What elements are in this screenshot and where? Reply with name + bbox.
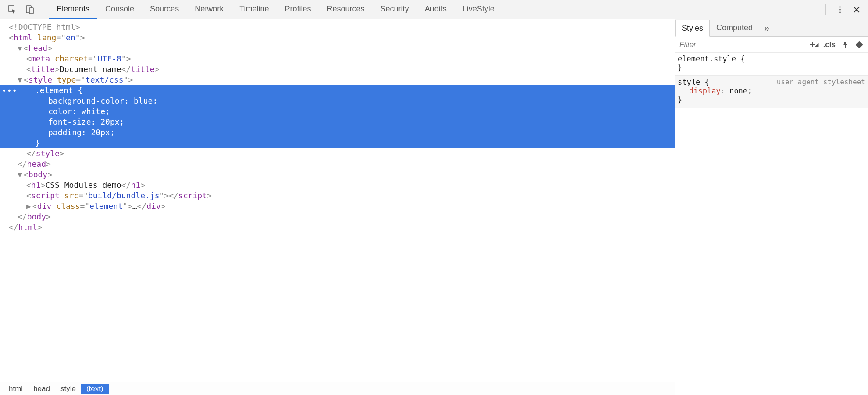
tab-audits[interactable]: Audits <box>417 0 455 19</box>
css-line: color: white; <box>0 106 675 117</box>
devtools-toolbar: Elements Console Sources Network Timelin… <box>0 0 868 19</box>
css-declaration[interactable]: display: none; <box>678 86 865 95</box>
svg-point-4 <box>839 9 841 11</box>
tab-profiles[interactable]: Profiles <box>277 0 319 19</box>
tab-elements[interactable]: Elements <box>49 0 97 19</box>
css-line: font-size: 20px; <box>0 117 675 127</box>
css-close: } <box>0 138 675 148</box>
tab-resources[interactable]: Resources <box>319 0 373 19</box>
side-tab-computed[interactable]: Computed <box>710 19 759 36</box>
toolbar-separator <box>44 4 44 15</box>
tab-console[interactable]: Console <box>97 0 142 19</box>
css-selector: .element { <box>0 85 675 96</box>
svg-rect-10 <box>856 41 863 48</box>
dom-head-close[interactable]: </head> <box>0 159 675 169</box>
device-icon[interactable] <box>24 4 36 16</box>
dom-script[interactable]: <script src="build/bundle.js"></script> <box>0 190 675 201</box>
toolbar-separator <box>825 4 826 15</box>
toolbar-right <box>822 4 865 16</box>
dom-html-close[interactable]: </html> <box>0 222 675 233</box>
ua-label: user agent stylesheet <box>777 78 865 86</box>
main-split: <!DOCTYPE html> <html lang="en"> ▼<head>… <box>0 19 868 395</box>
breadcrumb: html head style (text) <box>0 382 675 395</box>
styles-filter-input[interactable] <box>677 39 807 51</box>
dom-doctype[interactable]: <!DOCTYPE html> <box>0 22 675 32</box>
dom-head-open[interactable]: ▼<head> <box>0 43 675 54</box>
close-icon[interactable] <box>850 4 863 16</box>
dom-body-open[interactable]: ▼<body> <box>0 169 675 180</box>
styles-panel: Styles Computed » ◢ .cls element.style {… <box>675 19 868 395</box>
tab-sources[interactable]: Sources <box>142 0 187 19</box>
tab-livestyle[interactable]: LiveStyle <box>455 0 502 19</box>
crumb-text[interactable]: (text) <box>81 384 109 394</box>
dom-div-collapsed[interactable]: ▶<div class="element">…</div> <box>0 201 675 212</box>
tab-network[interactable]: Network <box>187 0 231 19</box>
tab-timeline[interactable]: Timeline <box>231 0 277 19</box>
side-tab-styles[interactable]: Styles <box>675 20 710 37</box>
dom-tree[interactable]: <!DOCTYPE html> <html lang="en"> ▼<head>… <box>0 19 675 382</box>
sidebar-tabs: Styles Computed » <box>675 19 868 37</box>
styles-filter-row: ◢ .cls <box>675 37 868 53</box>
crumb-head[interactable]: head <box>28 384 55 394</box>
selector-element-style: element.style { <box>678 54 865 63</box>
dom-style-text-selected[interactable]: ••• .element { background-color: blue; c… <box>0 85 675 148</box>
css-line: padding: 20px; <box>0 127 675 138</box>
crumb-style[interactable]: style <box>55 384 81 394</box>
dom-style-close[interactable]: </style> <box>0 148 675 159</box>
pin-icon[interactable] <box>838 38 852 51</box>
element-style-block[interactable]: element.style { } <box>675 53 868 76</box>
toolbar-left-icons <box>3 4 39 16</box>
more-menu-icon[interactable] <box>834 4 846 16</box>
svg-point-5 <box>839 11 841 13</box>
svg-point-3 <box>839 6 841 8</box>
selector-ua: style { user agent stylesheet <box>678 78 865 86</box>
css-line: background-color: blue; <box>0 96 675 106</box>
dom-title[interactable]: <title>Document name</title> <box>0 64 675 75</box>
tab-security[interactable]: Security <box>373 0 417 19</box>
dom-h1[interactable]: <h1>CSS Modules demo</h1> <box>0 180 675 190</box>
dom-body-close[interactable]: </body> <box>0 212 675 222</box>
crumb-html[interactable]: html <box>4 384 28 394</box>
user-agent-style-block[interactable]: style { user agent stylesheet display: n… <box>675 76 868 108</box>
svg-rect-2 <box>29 8 33 14</box>
elements-panel: <!DOCTYPE html> <html lang="en"> ▼<head>… <box>0 19 675 395</box>
cls-toggle-button[interactable]: .cls <box>821 38 838 51</box>
dom-style-open[interactable]: ▼<style type="text/css"> <box>0 75 675 85</box>
side-tab-more-icon[interactable]: » <box>759 21 774 36</box>
dom-meta[interactable]: <meta charset="UTF-8"> <box>0 54 675 64</box>
devtools-tabs: Elements Console Sources Network Timelin… <box>49 0 502 19</box>
dom-html-open[interactable]: <html lang="en"> <box>0 32 675 43</box>
brace-close: } <box>678 63 865 72</box>
hover-state-icon[interactable] <box>852 38 866 51</box>
styles-rules: element.style { } style { user agent sty… <box>675 53 868 395</box>
add-rule-icon[interactable]: ◢ <box>807 38 821 51</box>
selection-dots-icon: ••• <box>2 86 18 95</box>
brace-close: } <box>678 95 865 104</box>
inspect-icon[interactable] <box>6 4 18 16</box>
